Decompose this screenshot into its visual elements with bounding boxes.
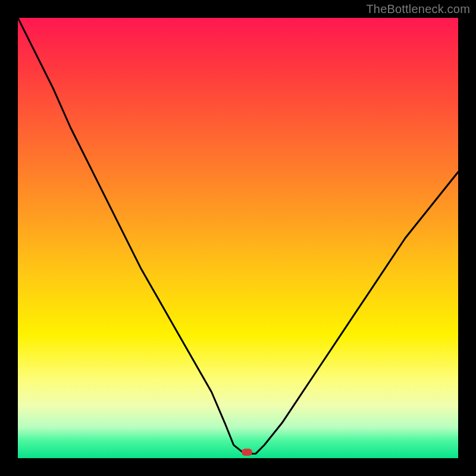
watermark-text: TheBottleneck.com [366, 2, 470, 16]
optimal-marker [242, 449, 252, 456]
chart-frame: TheBottleneck.com [0, 0, 476, 476]
curve-path [18, 18, 458, 454]
bottleneck-curve [18, 18, 458, 458]
gradient-plot-area [18, 18, 458, 458]
